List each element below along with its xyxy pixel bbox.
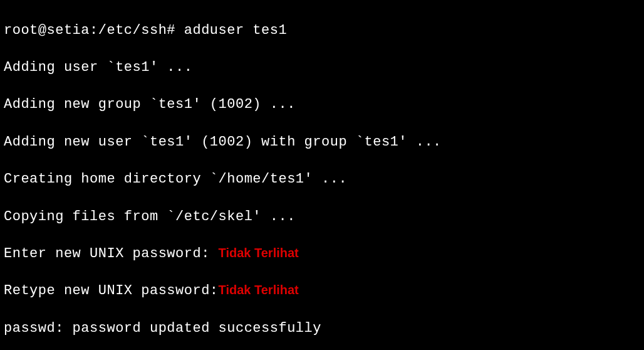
prompt-line-1: root@setia:/etc/ssh# adduser tes1 bbox=[4, 21, 640, 40]
output-line: Copying files from `/etc/skel' ... bbox=[4, 208, 640, 226]
output-line: passwd: password updated successfully bbox=[4, 319, 640, 338]
output-line: Adding new group `tes1' (1002) ... bbox=[4, 95, 640, 114]
password-prompt: Enter new UNIX password: bbox=[4, 246, 219, 262]
output-line: Adding new user `tes1' (1002) with group… bbox=[4, 133, 640, 152]
shell-prompt: root@setia:/etc/ssh# bbox=[4, 23, 184, 38]
password-retype-prompt: Retype new UNIX password: bbox=[4, 283, 219, 299]
annotation-hidden-2: Tidak Terlihat bbox=[219, 283, 299, 297]
password-prompt-line: Enter new UNIX password: Tidak Terlihat bbox=[4, 245, 640, 263]
output-line: Creating home directory `/home/tes1' ... bbox=[4, 170, 640, 189]
output-line: Adding user `tes1' ... bbox=[4, 58, 640, 77]
command-text: adduser tes1 bbox=[184, 23, 287, 38]
password-retype-line: Retype new UNIX password:Tidak Terlihat bbox=[4, 282, 640, 300]
terminal-output[interactable]: root@setia:/etc/ssh# adduser tes1 Adding… bbox=[4, 3, 640, 350]
annotation-hidden-1: Tidak Terlihat bbox=[219, 246, 299, 260]
